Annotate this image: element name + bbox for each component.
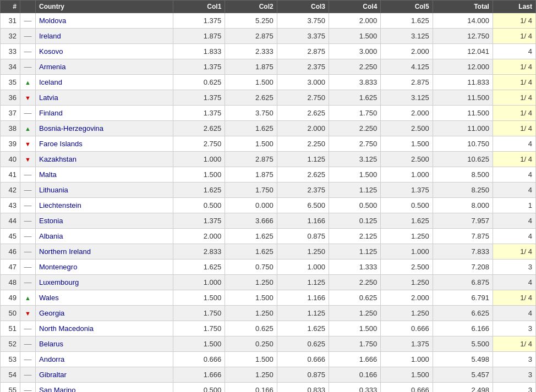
total-cell: 7.833 xyxy=(433,244,493,260)
country-cell: Lithuania xyxy=(36,183,173,198)
data-cell-5: 2.000 xyxy=(381,106,433,121)
trend-cell: — xyxy=(20,167,36,183)
country-cell: Kosovo xyxy=(36,44,173,59)
trend-cell: — xyxy=(20,198,36,213)
rank-cell: 48 xyxy=(1,275,20,290)
last-cell: 1/ 4 xyxy=(493,290,535,306)
data-cell-4: 2.250 xyxy=(329,275,380,290)
total-cell: 14.000 xyxy=(433,13,493,29)
trend-neutral-icon: — xyxy=(24,185,32,194)
total-cell: 8.500 xyxy=(433,167,493,183)
last-cell: 1/ 4 xyxy=(493,336,535,352)
data-cell-5: 1.250 xyxy=(381,229,433,244)
trend-neutral-icon: — xyxy=(24,108,32,117)
data-cell-1: 0.625 xyxy=(173,75,225,90)
country-cell: Wales xyxy=(36,290,173,306)
trend-neutral-icon: — xyxy=(24,201,32,209)
country-cell: Moldova xyxy=(36,13,173,29)
data-cell-1: 1.750 xyxy=(173,321,225,336)
table-row: 53—Andorra0.6661.5000.6661.6661.0005.498… xyxy=(1,352,536,367)
trend-down-icon: ▼ xyxy=(25,141,31,147)
data-cell-3: 1.000 xyxy=(277,260,329,275)
data-cell-3: 0.875 xyxy=(277,367,329,383)
data-cell-1: 0.500 xyxy=(173,198,225,213)
total-cell: 5.457 xyxy=(433,367,493,383)
data-cell-5: 3.125 xyxy=(381,90,433,106)
data-cell-1: 1.750 xyxy=(173,306,225,321)
last-cell: 3 xyxy=(493,383,535,393)
table-row: 37—Finland1.3753.7502.6251.7502.00011.50… xyxy=(1,106,536,121)
data-cell-4: 2.000 xyxy=(329,13,380,29)
column-header-7: Col5 xyxy=(381,1,433,13)
data-cell-5: 1.375 xyxy=(381,183,433,198)
data-cell-2: 2.625 xyxy=(225,90,277,106)
trend-neutral-icon: — xyxy=(24,339,32,348)
trend-down-icon: ▼ xyxy=(25,310,31,317)
last-cell: 1/ 4 xyxy=(493,59,535,75)
rank-cell: 35 xyxy=(1,75,20,90)
last-cell: 4 xyxy=(493,213,535,229)
table-row: 41—Malta1.5001.8752.6251.5001.0008.5004 xyxy=(1,167,536,183)
data-cell-5: 2.500 xyxy=(381,152,433,167)
total-cell: 6.875 xyxy=(433,275,493,290)
data-cell-4: 0.333 xyxy=(329,383,380,393)
trend-neutral-icon: — xyxy=(24,231,32,240)
country-cell: Andorra xyxy=(36,352,173,367)
last-cell: 1/ 4 xyxy=(493,152,535,167)
last-cell: 4 xyxy=(493,136,535,152)
data-cell-1: 2.625 xyxy=(173,121,225,136)
trend-up-icon: ▲ xyxy=(25,125,31,132)
table-row: 31—Moldova1.3755.2503.7502.0001.62514.00… xyxy=(1,13,536,29)
data-cell-1: 0.500 xyxy=(173,383,225,393)
trend-cell: ▼ xyxy=(20,306,36,321)
data-cell-3: 1.250 xyxy=(277,244,329,260)
rank-cell: 54 xyxy=(1,367,20,383)
country-cell: Belarus xyxy=(36,336,173,352)
data-cell-5: 1.000 xyxy=(381,244,433,260)
data-cell-2: 0.250 xyxy=(225,336,277,352)
data-cell-4: 1.125 xyxy=(329,183,380,198)
trend-cell: — xyxy=(20,183,36,198)
table-row: 43—Liechtenstein0.5000.0006.5000.5000.50… xyxy=(1,198,536,213)
data-cell-5: 1.250 xyxy=(381,306,433,321)
rank-cell: 33 xyxy=(1,44,20,59)
data-cell-3: 2.625 xyxy=(277,106,329,121)
rank-cell: 37 xyxy=(1,106,20,121)
trend-down-icon: ▼ xyxy=(25,156,31,163)
country-cell: Armenia xyxy=(36,59,173,75)
rank-cell: 47 xyxy=(1,260,20,275)
data-cell-2: 3.666 xyxy=(225,213,277,229)
country-cell: Malta xyxy=(36,167,173,183)
last-cell: 4 xyxy=(493,183,535,198)
trend-cell: — xyxy=(20,275,36,290)
rank-cell: 36 xyxy=(1,90,20,106)
table-row: 36▼Latvia1.3752.6252.7501.6253.12511.500… xyxy=(1,90,536,106)
trend-cell: ▲ xyxy=(20,75,36,90)
data-cell-3: 2.875 xyxy=(277,44,329,59)
data-cell-2: 0.000 xyxy=(225,198,277,213)
last-cell: 4 xyxy=(493,229,535,244)
data-cell-3: 2.375 xyxy=(277,183,329,198)
country-cell: Georgia xyxy=(36,306,173,321)
total-cell: 6.625 xyxy=(433,306,493,321)
data-cell-2: 1.500 xyxy=(225,352,277,367)
rank-cell: 42 xyxy=(1,183,20,198)
data-cell-5: 1.000 xyxy=(381,352,433,367)
country-cell: San Marino xyxy=(36,383,173,393)
data-cell-4: 1.500 xyxy=(329,321,380,336)
trend-cell: ▼ xyxy=(20,136,36,152)
last-cell: 1 xyxy=(493,198,535,213)
table-row: 40▼Kazakhstan1.0002.8751.1253.1252.50010… xyxy=(1,152,536,167)
data-cell-4: 1.333 xyxy=(329,260,380,275)
last-cell: 3 xyxy=(493,321,535,336)
data-cell-2: 0.166 xyxy=(225,383,277,393)
data-cell-3: 1.166 xyxy=(277,213,329,229)
table-row: 33—Kosovo1.8332.3332.8753.0002.00012.041… xyxy=(1,44,536,59)
data-cell-1: 1.500 xyxy=(173,336,225,352)
data-cell-2: 1.250 xyxy=(225,275,277,290)
total-cell: 11.833 xyxy=(433,75,493,90)
data-cell-3: 2.625 xyxy=(277,167,329,183)
trend-neutral-icon: — xyxy=(24,370,32,379)
trend-cell: — xyxy=(20,260,36,275)
data-cell-2: 2.875 xyxy=(225,29,277,44)
